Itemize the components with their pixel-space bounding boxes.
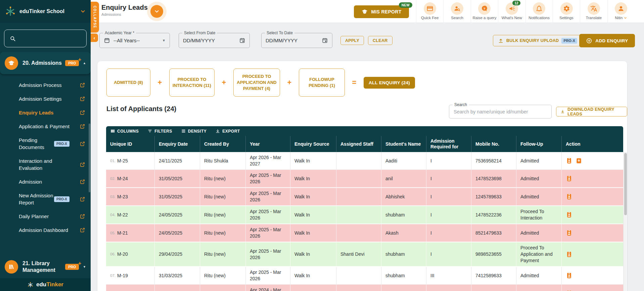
applicant-search-field[interactable]: Search <box>449 105 552 118</box>
sidebar-item-application-payment[interactable]: Application & Payment <box>19 119 85 133</box>
external-link-icon[interactable] <box>80 213 85 219</box>
external-link-icon[interactable] <box>80 110 85 115</box>
contact-card-icon[interactable] <box>566 211 572 219</box>
all-enquiry-chip[interactable]: ALL ENQUIRY (24) <box>364 77 415 89</box>
search-icon <box>9 35 16 42</box>
from-date-field[interactable]: Select From Date DD/MM/YYYY <box>179 33 250 48</box>
table-row[interactable]: 01.M-2524/11/2025Ritu ShuklaApr 2026 - M… <box>106 152 623 170</box>
mis-report-button[interactable]: MIS REPORT NEW <box>354 5 409 18</box>
header-action-settings[interactable]: Settings <box>553 0 580 23</box>
calendar-icon[interactable] <box>239 37 245 44</box>
sidebar-section-admissions[interactable]: 20. Admissions PRO+ ▲ <box>0 52 91 74</box>
external-link-icon[interactable] <box>80 227 85 233</box>
cell-admission-required: I <box>426 152 471 169</box>
pipeline-stage-1[interactable]: ADMITTED (8) <box>106 68 150 97</box>
column-header: Enquiry Source <box>290 136 336 152</box>
toolbar-columns[interactable]: COLUMNS <box>110 129 139 134</box>
header-action-search[interactable]: Search <box>443 0 470 23</box>
cell-mobile: 7412589633 <box>471 267 516 284</box>
header-action-whats-new[interactable]: 12What's New <box>498 0 525 23</box>
header-action-profile[interactable]: Nitin <box>607 0 635 23</box>
sidebar-scrollbar-thumb[interactable] <box>89 124 90 192</box>
collapse-tab[interactable]: COLLAPSE <box>91 2 99 33</box>
external-link-icon[interactable] <box>80 141 85 147</box>
header-action-quick-fee[interactable]: Quick Fee <box>416 0 443 23</box>
chevron-up-icon[interactable]: ▲ <box>83 61 86 65</box>
table-row[interactable]: 04.M-2224/05/2025Ritu (new)Apr 2025 - Ma… <box>106 206 623 224</box>
cell-follow-up: Proceed To Application and Payment <box>516 242 561 266</box>
chevron-down-icon[interactable]: ▼ <box>83 265 86 269</box>
table-header-row: Unique IDEnquiry DateCreated ByYearEnqui… <box>106 136 623 152</box>
apply-button[interactable]: APPLY <box>340 36 364 45</box>
external-link-icon[interactable] <box>80 162 85 167</box>
academic-year-value: --All Years-- <box>113 38 159 43</box>
list-heading: List of Applicants (24) <box>106 105 176 113</box>
table-row[interactable]: 03.M-2331/05/2025Ritu (new)Apr 2025 - Ma… <box>106 188 623 206</box>
pipeline-stage-3[interactable]: PROCEED TO APPLICATION AND PAYMENT (4) <box>233 68 280 97</box>
contact-card-icon[interactable] <box>566 290 572 291</box>
calendar-icon[interactable] <box>322 37 328 44</box>
cell-year: Apr 2025 - Mar 2026 <box>245 170 290 187</box>
contact-card-icon[interactable] <box>566 193 572 200</box>
header-action-translate[interactable]: Translate <box>580 0 607 23</box>
bulk-enquiry-upload-button[interactable]: BULK ENQUIRY UPLOAD PRO-X <box>493 35 582 46</box>
table-row[interactable]: 08.M-1817/03/2025Ritu (new)Apr 2024 - Ma… <box>106 285 623 291</box>
collapse-arrow-icon[interactable]: ‹ <box>91 34 98 42</box>
page-chevron-button[interactable] <box>150 5 163 18</box>
academic-year-select[interactable]: Academic Year * --All Years-- ▼ <box>99 33 170 48</box>
header-action-raise-query[interactable]: ?Raise a query <box>471 0 498 23</box>
to-date-field[interactable]: Select To Date DD/MM/YYYY <box>261 33 332 48</box>
toolbar-filters[interactable]: FILTERS <box>147 129 172 134</box>
sidebar-search-box[interactable] <box>4 30 87 47</box>
external-link-icon[interactable] <box>80 124 85 129</box>
contact-card-icon[interactable] <box>566 229 572 237</box>
header-action-label: Quick Fee <box>421 16 439 20</box>
toolbar-export[interactable]: EXPORT <box>215 129 240 134</box>
external-link-icon[interactable] <box>80 96 85 102</box>
pro-x-badge: PRO-X <box>561 38 577 44</box>
header-action-label: Notifications <box>528 16 550 20</box>
sidebar-search-input[interactable] <box>19 36 77 42</box>
external-link-icon[interactable] <box>80 179 85 185</box>
table-row[interactable]: 05.M-2124/05/2025Ritu (new)Apr 2025 - Ma… <box>106 224 623 242</box>
external-link-icon[interactable] <box>80 196 85 202</box>
download-enquiry-leads-button[interactable]: DOWNLOAD ENQUIRY LEADS <box>556 107 627 116</box>
contact-card-icon[interactable] <box>566 251 572 258</box>
main-area: Academic Year * --All Years-- ▼ Select F… <box>91 23 644 291</box>
sidebar: eduTinker School 20. Admissions PRO+ ▲ A… <box>0 0 91 291</box>
cell-follow-up: Admitted <box>516 224 561 242</box>
table-scrollbar-thumb[interactable] <box>624 153 627 215</box>
pro-x-badge: PRO-X <box>54 141 70 147</box>
contact-card-icon[interactable] <box>566 175 572 182</box>
download-square-icon[interactable] <box>576 157 582 164</box>
sidebar-section-library[interactable]: 21. Library Management PRO+ ▼ <box>0 256 91 278</box>
cell-mobile: 1478523698 <box>471 170 516 187</box>
table-row[interactable]: 02.M-2431/05/2025Ritu (new)Apr 2025 - Ma… <box>106 170 623 188</box>
sidebar-item-pending-documents[interactable]: Pending DocumentsPRO-X <box>19 133 85 154</box>
sidebar-item-interaction-and-evaluation[interactable]: Interaction and Evaluation <box>19 154 85 175</box>
sidebar-item-admission-settings[interactable]: Admission Settings <box>19 92 85 106</box>
pipeline-stage-2[interactable]: PROCEED TO INTERACTION (11) <box>169 68 215 97</box>
school-chevron-down-icon[interactable] <box>80 8 86 14</box>
sidebar-item-daily-planner[interactable]: Daily Planner <box>19 209 85 223</box>
sidebar-item-admission-dashboard[interactable]: Admission Dashboard <box>19 223 85 237</box>
sidebar-item-enquiry-leads[interactable]: Enquiry Leads <box>19 106 85 119</box>
table-row[interactable]: 07.M-1931/03/2025Ritu (new)Apr 2025 - Ma… <box>106 267 623 285</box>
header-action-notifications[interactable]: Notifications <box>525 0 553 23</box>
upload-icon <box>498 38 504 44</box>
table-scrollbar[interactable] <box>623 152 627 291</box>
toolbar-density[interactable]: DENSITY <box>181 129 207 134</box>
pipeline-stage-4[interactable]: FOLLOWUP PENDING (1) <box>299 68 345 97</box>
contact-card-icon[interactable] <box>566 272 572 279</box>
external-link-icon[interactable] <box>80 82 85 88</box>
gear-icon <box>560 2 573 15</box>
cell-year: Apr 2026 - Mar 2027 <box>245 152 290 169</box>
contact-card-icon[interactable] <box>566 157 572 164</box>
clear-button[interactable]: CLEAR <box>368 36 393 45</box>
add-enquiry-button[interactable]: ADD ENQUIRY <box>579 34 635 47</box>
table-row[interactable]: 06.M-2029/04/2025Ritu (new)Apr 2025 - Ma… <box>106 242 623 267</box>
cell-student-name: shubham <box>381 242 426 266</box>
sidebar-item-new-admission-report[interactable]: New Admission ReportPRO-X <box>19 189 85 209</box>
sidebar-item-admission[interactable]: Admission <box>19 175 85 189</box>
sidebar-item-admission-process[interactable]: Admission Process <box>19 78 85 92</box>
